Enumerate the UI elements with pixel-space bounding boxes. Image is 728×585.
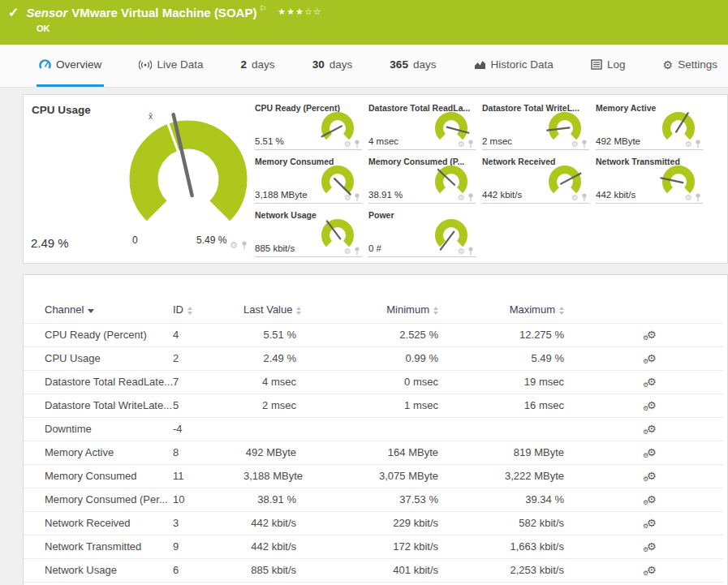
channel-settings-icon[interactable]: ⚙⚙ xyxy=(647,376,657,388)
chart-icon xyxy=(474,59,486,70)
gear-icon[interactable]: ⚙ xyxy=(685,140,692,148)
gear-icon[interactable]: ⚙ xyxy=(344,247,351,256)
flag-icon[interactable]: ⚐ xyxy=(259,4,266,13)
log-icon xyxy=(591,59,602,70)
mini-gauge-value: 492 MByte xyxy=(596,136,640,146)
mini-gauge-actions: ⚙ xyxy=(571,193,588,202)
gear-icon[interactable]: ⚙ xyxy=(458,140,465,148)
channel-settings-icon[interactable]: ⚙⚙ xyxy=(647,352,657,364)
gauges-panel: CPU Usage x̄ 2.49 % 0 5.49 % ⚙ CPU Ready… xyxy=(23,94,728,264)
mini-gauge-actions: ⚙ xyxy=(458,140,474,148)
gear-icon[interactable]: ⚙ xyxy=(458,247,465,256)
mini-gauge-cell: Datastore Total ReadLa... 4 msec ⚙ xyxy=(368,103,476,150)
table-row: CPU Ready (Percent)45.51 %2.525 %12.275 … xyxy=(24,324,723,347)
mini-gauge-cell: Memory Consumed (P... 38.91 % ⚙ xyxy=(368,157,476,204)
pin-icon[interactable] xyxy=(581,193,588,202)
gear-icon[interactable]: ⚙ xyxy=(458,193,465,202)
channel-last-value: 2.49 % xyxy=(243,347,321,371)
pin-icon[interactable] xyxy=(354,247,360,256)
tab-label: days xyxy=(413,58,437,71)
gear-icon[interactable]: ⚙ xyxy=(344,140,351,148)
mini-gauge-value: 4 msec xyxy=(368,136,398,146)
pin-icon[interactable] xyxy=(354,140,360,148)
column-header-channel[interactable]: Channel xyxy=(24,299,173,324)
channel-settings-icon[interactable]: ⚙⚙ xyxy=(647,446,657,458)
big-gauge-actions: ⚙ xyxy=(230,240,248,251)
column-header-minimum[interactable]: Minimum xyxy=(321,299,446,324)
tab-number: 2 xyxy=(241,58,248,71)
mini-gauge-cell: Memory Consumed 3,188 MByte ⚙ xyxy=(255,157,362,204)
big-gauge-max-label: 5.49 % xyxy=(196,234,226,246)
channel-maximum: 819 MByte xyxy=(446,441,572,465)
sort-both-icon xyxy=(559,307,564,315)
channel-maximum: 5.49 % xyxy=(446,347,572,371)
tab-label: Overview xyxy=(56,58,101,71)
mini-gauge-cell: Power 0 # ⚙ xyxy=(368,210,476,257)
column-header-id[interactable]: ID xyxy=(173,299,243,324)
gear-icon: ⚙ xyxy=(663,59,674,71)
tab-live-data[interactable]: Live Data xyxy=(136,45,205,87)
table-row: Downtime-4⚙⚙ xyxy=(24,418,723,441)
channel-maximum: 3,222 MByte xyxy=(446,465,572,488)
mini-gauge-value: 442 kbit/s xyxy=(482,190,522,200)
pin-icon[interactable] xyxy=(354,193,360,202)
tab-2-days[interactable]: 2days xyxy=(239,45,278,87)
channel-settings-icon[interactable]: ⚙⚙ xyxy=(647,564,657,576)
column-header-maximum[interactable]: Maximum xyxy=(446,299,572,324)
channel-settings-icon[interactable]: ⚙⚙ xyxy=(647,540,657,553)
channel-name: Network Transmitted xyxy=(24,536,173,559)
gear-icon[interactable]: ⚙ xyxy=(344,193,351,202)
gear-icon[interactable]: ⚙ xyxy=(685,193,692,202)
table-row: Memory Consumed (Per...1038.91 %37.53 %3… xyxy=(24,488,723,512)
table-row: Datastore Total WriteLate...52 msec1 mse… xyxy=(24,394,723,418)
mini-gauge-cell: CPU Ready (Percent) 5.51 % ⚙ xyxy=(255,103,362,150)
pin-icon[interactable] xyxy=(695,193,701,202)
big-gauge-min-label: 0 xyxy=(132,234,138,246)
channel-id: 12 xyxy=(173,583,243,585)
gear-icon[interactable]: ⚙ xyxy=(571,193,579,202)
tab-30-days[interactable]: 30days xyxy=(310,45,355,87)
live-icon xyxy=(139,59,152,71)
channel-minimum: 2.525 % xyxy=(321,324,446,347)
tab-log[interactable]: Log xyxy=(588,45,628,87)
pin-icon[interactable] xyxy=(467,193,474,202)
pin-icon[interactable] xyxy=(467,140,474,148)
pin-icon[interactable] xyxy=(467,247,474,256)
channel-last-value: 492 MByte xyxy=(243,441,321,465)
channel-settings-icon[interactable]: ⚙⚙ xyxy=(647,329,657,341)
sort-both-icon xyxy=(433,307,438,315)
column-label: Minimum xyxy=(386,303,429,316)
tab-bar: OverviewLive Data2days30days365daysHisto… xyxy=(0,45,728,88)
channel-minimum: 0 # xyxy=(321,583,446,585)
channels-table: ChannelIDLast ValueMinimumMaximum CPU Re… xyxy=(24,299,723,585)
gear-icon[interactable]: ⚙ xyxy=(230,240,238,251)
channel-id: 6 xyxy=(173,559,243,583)
column-header-last-value[interactable]: Last Value xyxy=(243,299,321,324)
tab-historic-data[interactable]: Historic Data xyxy=(472,45,556,87)
tab-overview[interactable]: Overview xyxy=(37,45,104,87)
channel-name: Network Received xyxy=(24,512,173,536)
mini-gauge-actions: ⚙ xyxy=(344,140,360,148)
mini-gauge-value: 38.91 % xyxy=(368,190,403,200)
channel-settings-icon[interactable]: ⚙⚙ xyxy=(647,470,657,482)
channel-settings-icon[interactable]: ⚙⚙ xyxy=(647,517,657,529)
mini-gauge-cell: Memory Active 492 MByte ⚙ xyxy=(596,103,703,150)
tab-label: Settings xyxy=(678,58,717,71)
channel-name: Network Usage xyxy=(24,559,173,583)
pin-icon[interactable] xyxy=(241,241,248,250)
mini-gauge-value: 5.51 % xyxy=(255,136,284,146)
tab-settings[interactable]: ⚙Settings xyxy=(661,45,720,87)
pin-icon[interactable] xyxy=(581,140,588,148)
mini-gauge-actions: ⚙ xyxy=(571,140,588,148)
priority-stars[interactable]: ★★★☆☆ xyxy=(278,6,321,17)
channel-name: CPU Usage xyxy=(24,347,173,371)
channel-settings-icon[interactable]: ⚙⚙ xyxy=(647,493,657,505)
channel-settings-icon[interactable]: ⚙⚙ xyxy=(647,399,657,411)
pin-icon[interactable] xyxy=(695,140,701,148)
mini-gauge-cell: Network Transmitted 442 kbit/s ⚙ xyxy=(596,157,703,204)
tab-365-days[interactable]: 365days xyxy=(387,45,438,87)
gear-icon[interactable]: ⚙ xyxy=(571,140,579,148)
sensor-title: VMware Virtual Machine (SOAP) xyxy=(71,6,256,20)
channel-settings-icon[interactable]: ⚙⚙ xyxy=(647,423,657,435)
channel-id: 7 xyxy=(173,371,243,394)
